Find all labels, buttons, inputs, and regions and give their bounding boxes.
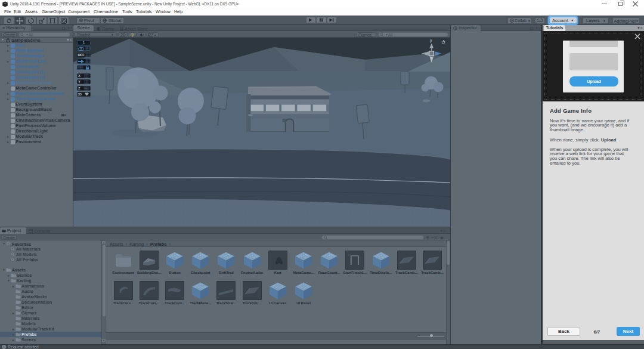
svg-text:z: z <box>442 52 445 56</box>
svg-text:y: y <box>430 38 432 43</box>
